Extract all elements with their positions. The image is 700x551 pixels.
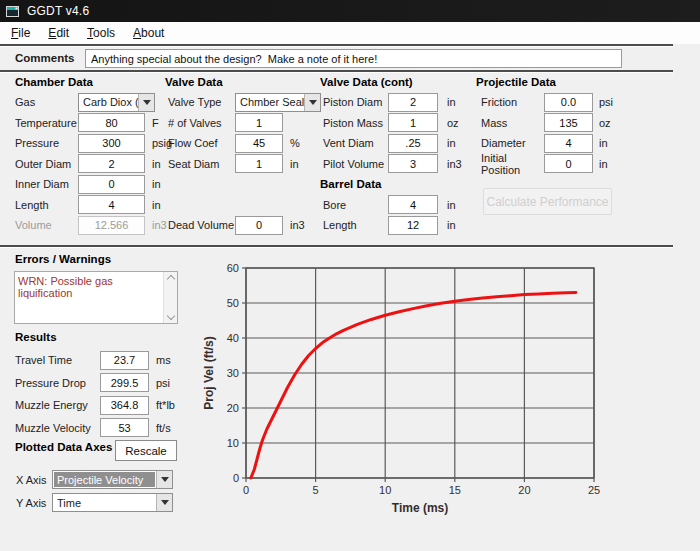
errors-warnings-box[interactable]: WRN: Possible gas liquification [14,271,178,324]
valve-cont-header: Valve Data (cont) [320,76,413,88]
projectile-data-header: Projectile Data [476,76,556,88]
x-axis-label: X Axis [16,474,47,486]
menu-file[interactable]: File [2,26,39,40]
comments-label: Comments [15,52,74,64]
menu-bar: File Edit Tools About [0,22,700,44]
pressure-drop-label: Pressure Drop [15,377,100,389]
piston-diam-input[interactable] [388,93,438,112]
svg-text:15: 15 [449,484,461,496]
muzzle-velocity-unit: ft/s [156,422,171,434]
svg-text:20: 20 [518,484,530,496]
y-axis-label: Y Axis [16,497,46,509]
x-axis-dropdown-value: Projectile Velocity [54,472,155,487]
rescale-button[interactable]: Rescale [115,440,177,461]
svg-text:10: 10 [227,437,239,449]
chevron-down-icon[interactable] [138,94,154,111]
chamber-length-unit: in [152,199,161,211]
temperature-input[interactable] [78,113,145,132]
pilot-volume-unit: in3 [447,158,462,170]
friction-unit: psi [599,96,613,108]
y-axis-dropdown[interactable]: Time [52,493,173,512]
flow-coef-label: Flow Coef [168,137,235,149]
muzzle-energy-value [100,396,149,415]
svg-text:10: 10 [379,484,391,496]
menu-about[interactable]: About [124,26,173,40]
proj-mass-input[interactable] [544,113,593,132]
volume-input [78,216,145,235]
outer-diam-input[interactable] [78,154,145,173]
proj-mass-unit: oz [599,117,611,129]
valve-data-header: Valve Data [165,76,223,88]
x-axis-dropdown[interactable]: Projectile Velocity [52,470,173,489]
proj-diameter-unit: in [599,137,608,149]
svg-text:60: 60 [227,262,239,274]
gas-dropdown-value: Carb Diox (CC [79,94,138,111]
pressure-input[interactable] [78,134,145,153]
chart-area: 05101520250102030405060Time (ms)Proj Vel… [200,253,610,531]
dead-volume-input[interactable] [235,216,283,235]
chamber-length-input[interactable] [78,195,145,214]
flow-coef-input[interactable] [235,134,283,153]
valve-type-label: Valve Type [168,96,235,108]
svg-text:50: 50 [227,297,239,309]
valve-data-section: Valve Type Chmber Seal # of Valves Flow … [168,92,321,236]
proj-mass-label: Mass [481,117,544,129]
vent-diam-input[interactable] [388,134,438,153]
barrel-length-input[interactable] [388,216,438,235]
muzzle-velocity-label: Muzzle Velocity [15,422,100,434]
flow-coef-unit: % [290,137,300,149]
piston-diam-unit: in [447,96,456,108]
chevron-down-icon[interactable] [304,94,320,111]
app-icon [6,5,20,18]
proj-diameter-input[interactable] [544,134,593,153]
bore-label: Bore [323,199,388,211]
friction-input[interactable] [544,93,593,112]
svg-text:0: 0 [233,472,239,484]
svg-text:25: 25 [588,484,600,496]
muzzle-energy-label: Muzzle Energy [15,399,100,411]
temperature-label: Temperature [15,117,78,129]
title-bar: GGDT v4.6 [0,0,700,22]
travel-time-label: Travel Time [15,354,100,366]
piston-mass-label: Piston Mass [323,117,388,129]
plotted-data-axes-header: Plotted Data Axes [15,441,112,453]
initial-position-unit: in [599,158,608,170]
chamber-data-header: Chamber Data [15,76,93,88]
scroll-up-icon[interactable] [166,275,174,283]
piston-diam-label: Piston Diam [323,96,388,108]
scrollbar[interactable] [163,272,177,323]
num-valves-input[interactable] [235,113,283,132]
results-header: Results [15,331,57,343]
separator [0,245,673,247]
outer-diam-unit: in [152,158,161,170]
seat-diam-label: Seat Diam [168,158,235,170]
menu-edit[interactable]: Edit [39,26,78,40]
piston-mass-input[interactable] [388,113,438,132]
comments-input[interactable] [85,49,622,68]
initial-position-input[interactable] [544,154,593,173]
pilot-volume-input[interactable] [388,154,438,173]
svg-text:30: 30 [227,367,239,379]
chevron-down-icon[interactable] [156,471,172,488]
initial-position-label: Initial Position [481,152,544,176]
bore-input[interactable] [388,195,438,214]
travel-time-unit: ms [156,354,171,366]
inner-diam-input[interactable] [78,175,145,194]
svg-text:40: 40 [227,332,239,344]
warning-text: WRN: Possible gas liquification [15,272,163,323]
chevron-down-icon[interactable] [156,494,172,511]
velocity-chart: 05101520250102030405060Time (ms)Proj Vel… [200,253,610,531]
svg-text:20: 20 [227,402,239,414]
valve-cont-section: Piston Diam in Piston Mass oz Vent Diam … [323,92,462,236]
num-valves-label: # of Valves [168,117,235,129]
proj-diameter-label: Diameter [481,137,544,149]
piston-mass-unit: oz [447,117,459,129]
svg-text:Proj Vel (ft/s): Proj Vel (ft/s) [202,336,216,409]
seat-diam-input[interactable] [235,154,283,173]
scroll-down-icon[interactable] [166,312,174,320]
valve-type-dropdown[interactable]: Chmber Seal [235,93,321,112]
valve-type-dropdown-value: Chmber Seal [236,94,304,111]
chamber-length-label: Length [15,199,78,211]
menu-tools[interactable]: Tools [78,26,124,40]
gas-dropdown[interactable]: Carb Diox (CC [78,93,155,112]
